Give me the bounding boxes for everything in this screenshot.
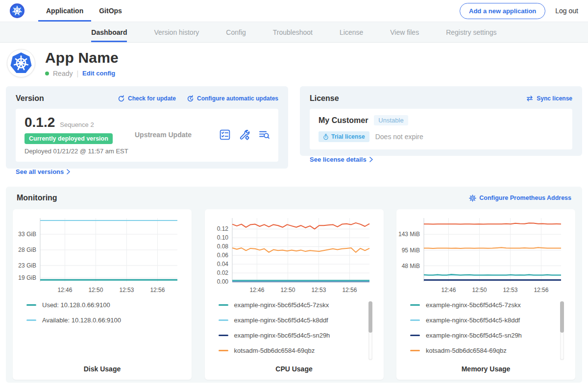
tab-license-label: License (340, 28, 363, 36)
tab-application-label: Application (46, 7, 83, 15)
tab-config-label: Config (226, 28, 245, 36)
legend-color-dash (219, 319, 228, 321)
primary-tabs: Application GitOps (38, 0, 130, 22)
preflight-checks-icon[interactable] (220, 129, 230, 140)
svg-text:0.04: 0.04 (217, 261, 228, 268)
monitoring-section: Monitoring Configure Prometheus Address … (6, 187, 582, 383)
tab-view-files[interactable]: View files (390, 22, 419, 42)
page-title: App Name (45, 49, 119, 66)
legend-label: example-nginx-5bc6f5d4c5-sn29h (426, 332, 522, 339)
tab-dashboard[interactable]: Dashboard (91, 22, 127, 42)
refresh-icon (118, 95, 125, 102)
see-license-details-link[interactable]: See license details (310, 156, 373, 163)
check-for-update-link[interactable]: Check for update (118, 95, 176, 102)
version-card: Version Check for update Configure au (6, 86, 288, 169)
svg-text:0.12: 0.12 (217, 225, 228, 232)
config-wrench-icon[interactable] (239, 129, 250, 140)
memory-usage-chart: 143 MiB95 MiB48 MiB12:4612:5012:5312:56 (396, 214, 575, 298)
add-application-button[interactable]: Add a new application (460, 3, 545, 19)
stopwatch-icon (323, 134, 329, 140)
legend-scrollbar-track[interactable] (560, 301, 564, 360)
legend-item: example-nginx-5bc6f5d4c5-sn29h (410, 332, 575, 339)
legend-label: example-nginx-5bc6f5d4c5-sn29h (234, 332, 330, 339)
configure-automatic-updates-label: Configure automatic updates (197, 95, 278, 102)
svg-text:33 GiB: 33 GiB (18, 231, 36, 238)
disk-usage-card: 33 GiB28 GiB23 GiB19 GiB12:4612:5012:531… (13, 209, 192, 380)
configure-automatic-updates-link[interactable]: Configure automatic updates (187, 95, 278, 102)
svg-text:12:46: 12:46 (57, 287, 72, 293)
legend-label: Available: 10.128.0.66:9100 (42, 317, 121, 324)
version-number: 0.1.2 (24, 115, 55, 130)
deployed-badge: Currently deployed version (24, 133, 113, 144)
top-navbar: Application GitOps Add a new application… (0, 0, 588, 22)
legend-color-dash (219, 304, 228, 306)
app-header: App Name Ready | Edit config (0, 43, 588, 86)
svg-text:12:50: 12:50 (472, 287, 487, 293)
chart-title-disk: Disk Usage (13, 365, 192, 373)
disk-usage-legend: Used: 10.128.0.66:9100Available: 10.128.… (13, 301, 192, 324)
app-status-row: Ready | Edit config (45, 70, 119, 77)
legend-item: example-nginx-5bc6f5d4c5-7zskx (410, 301, 575, 309)
legend-item: kotsadm-5db6dc6584-69qbz (410, 347, 575, 354)
tab-view-files-label: View files (390, 28, 419, 36)
monitoring-title: Monitoring (17, 194, 57, 202)
chart-title-cpu: CPU Usage (205, 365, 384, 373)
tab-troubleshoot[interactable]: Troubleshoot (273, 22, 313, 42)
tab-config[interactable]: Config (226, 22, 245, 42)
license-card: License Sync license My Customer Unstabl… (300, 86, 582, 156)
disk-usage-chart: 33 GiB28 GiB23 GiB19 GiB12:4612:5012:531… (13, 214, 192, 298)
tab-license[interactable]: License (340, 22, 363, 42)
configure-prometheus-label: Configure Prometheus Address (479, 195, 571, 201)
tab-version-history-label: Version history (154, 28, 199, 36)
channel-badge: Unstable (374, 115, 408, 125)
legend-item: example-nginx-5bc6f5d4c5-sn29h (219, 332, 384, 339)
legend-scrollbar-thumb[interactable] (368, 301, 372, 333)
legend-label: example-nginx-5bc6f5d4c5-7zskx (426, 301, 521, 309)
configure-prometheus-link[interactable]: Configure Prometheus Address (469, 195, 571, 202)
svg-text:12:50: 12:50 (88, 287, 103, 293)
logout-link[interactable]: Log out (555, 7, 578, 15)
tab-registry-settings[interactable]: Registry settings (446, 22, 496, 42)
svg-text:28 GiB: 28 GiB (18, 246, 36, 253)
svg-text:12:53: 12:53 (311, 287, 326, 293)
legend-label: example-nginx-5bc6f5d4c5-k8ddf (234, 317, 328, 324)
tab-application[interactable]: Application (38, 0, 91, 22)
see-all-versions-label: See all versions (16, 168, 64, 175)
license-type-badge: Trial license (318, 131, 369, 142)
legend-color-dash (219, 350, 228, 351)
svg-text:12:56: 12:56 (342, 287, 357, 293)
svg-text:23 GiB: 23 GiB (18, 262, 36, 269)
status-dot-icon (45, 72, 49, 75)
legend-scrollbar-track[interactable] (368, 301, 372, 360)
svg-text:12:53: 12:53 (503, 287, 517, 293)
tab-troubleshoot-label: Troubleshoot (273, 28, 313, 36)
chevron-right-icon (67, 169, 70, 174)
tab-version-history[interactable]: Version history (154, 22, 199, 42)
deployed-timestamp: Deployed 01/21/22 @ 11:57 am EST (24, 147, 135, 155)
sync-license-label: Sync license (537, 95, 572, 102)
legend-scrollbar-thumb[interactable] (560, 301, 564, 333)
sync-license-link[interactable]: Sync license (526, 95, 572, 102)
edit-config-link[interactable]: Edit config (82, 70, 115, 77)
tab-gitops[interactable]: GitOps (91, 0, 130, 22)
see-all-versions-link[interactable]: See all versions (16, 168, 70, 175)
see-license-details-label: See license details (310, 156, 367, 163)
legend-color-dash (26, 304, 36, 306)
cpu-usage-chart: 0.120.100.080.060.040.020.0012:4612:5012… (205, 214, 384, 298)
legend-color-dash (410, 304, 420, 306)
version-card-title: Version (16, 94, 44, 103)
svg-text:12:56: 12:56 (150, 287, 165, 293)
legend-label: Used: 10.128.0.66:9100 (42, 301, 110, 309)
svg-text:12:53: 12:53 (119, 287, 134, 293)
app-subnav: Dashboard Version history Config Trouble… (0, 22, 588, 43)
svg-text:12:46: 12:46 (441, 287, 456, 293)
svg-text:48 MiB: 48 MiB (402, 263, 420, 269)
gear-icon (469, 195, 476, 202)
view-logs-icon[interactable] (259, 129, 270, 140)
memory-usage-card: 143 MiB95 MiB48 MiB12:4612:5012:5312:56 … (396, 209, 575, 380)
sequence-label: Sequence 2 (60, 121, 94, 128)
legend-item: Available: 10.128.0.66:9100 (26, 317, 192, 324)
legend-color-dash (410, 350, 420, 351)
legend-item: kotsadm-5db6dc6584-69qbz (219, 347, 384, 354)
status-text: Ready (53, 70, 73, 77)
